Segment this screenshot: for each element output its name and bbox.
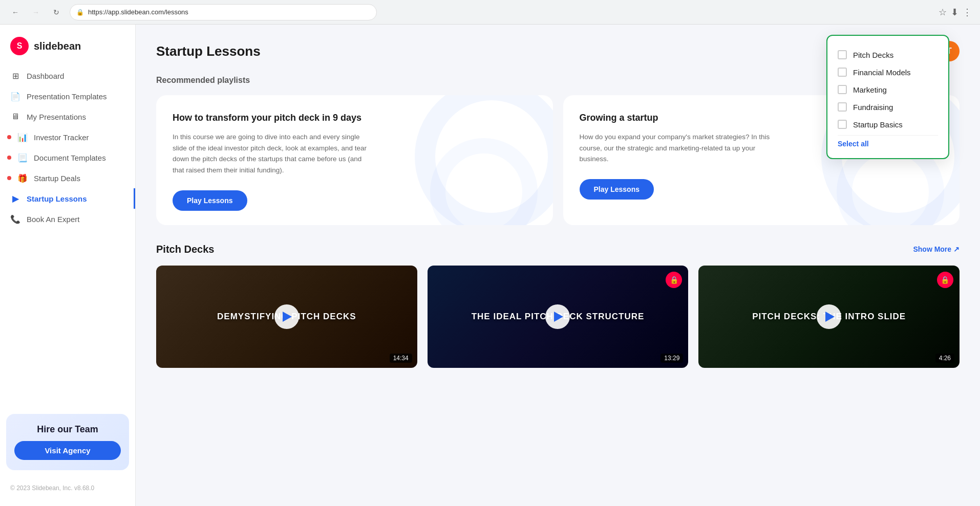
dashboard-icon: ⊞ [10, 71, 20, 81]
presentation-templates-icon: 📄 [10, 91, 20, 101]
video-card-0[interactable]: DEMYSTIFYING PITCH DECKS 14:34 [156, 266, 417, 368]
sidebar-label-startup-lessons: Startup Lessons [27, 194, 87, 203]
sidebar-label-startup-deals: Startup Deals [34, 174, 80, 183]
startup-deals-icon: 🎁 [17, 173, 28, 183]
sidebar-item-my-presentations[interactable]: 🖥 My Presentations [0, 106, 135, 127]
hire-team-title: Hire our Team [14, 424, 121, 435]
filter-item-marketing[interactable]: Marketing [838, 81, 938, 98]
filter-item-financial-models[interactable]: Financial Models [838, 63, 938, 81]
filter-checkbox-pitch-decks[interactable] [838, 50, 847, 59]
sidebar: S slidebean ⊞ Dashboard 📄 Presentation T… [0, 25, 136, 506]
sidebar-item-document-templates[interactable]: 📃 Document Templates [0, 147, 135, 168]
sidebar-nav: ⊞ Dashboard 📄 Presentation Templates 🖥 M… [0, 65, 135, 406]
video-duration-2: 4:26 [935, 354, 954, 363]
play-triangle-icon-1 [554, 312, 563, 322]
investor-tracker-icon: 📊 [17, 132, 28, 142]
refresh-button[interactable]: ↻ [49, 5, 63, 19]
document-templates-icon: 📃 [17, 152, 28, 163]
extension-icon[interactable]: ⬇ [951, 7, 958, 18]
filter-checkbox-marketing[interactable] [838, 85, 847, 94]
playlist-card-0: How to transform your pitch deck in 9 da… [156, 95, 553, 225]
play-triangle-icon-2 [825, 312, 835, 322]
playlist-desc-1: How do you expand your company's market … [580, 131, 774, 165]
sidebar-item-startup-lessons[interactable]: ▶ Startup Lessons [0, 188, 135, 209]
pitch-section-title: Pitch Decks [156, 244, 214, 255]
back-button[interactable]: ← [8, 5, 23, 19]
book-expert-icon: 📞 [10, 214, 20, 224]
video-card-2[interactable]: PITCH DECKS: THE INTRO SLIDE 🔒 4:26 [698, 266, 960, 368]
browser-actions: ☆ ⬇ ⋮ [939, 7, 972, 18]
show-more-link[interactable]: Show More ↗ [913, 245, 960, 253]
play-button-2[interactable] [817, 304, 841, 329]
sidebar-item-dashboard[interactable]: ⊞ Dashboard [0, 65, 135, 86]
startup-deals-dot [7, 176, 11, 180]
sidebar-logo: S slidebean [0, 33, 135, 65]
play-lessons-button-0[interactable]: Play Lessons [173, 190, 247, 211]
sidebar-label-investor-tracker: Investor Tracker [34, 133, 89, 142]
video-duration-1: 13:29 [661, 354, 683, 363]
sidebar-item-book-expert[interactable]: 📞 Book An Expert [0, 209, 135, 229]
sidebar-footer: © 2023 Slidebean, Inc. v8.68.0 [0, 478, 135, 498]
sidebar-label-book-expert: Book An Expert [27, 215, 79, 224]
document-templates-dot [7, 156, 11, 160]
filter-item-pitch-decks[interactable]: Pitch Decks [838, 46, 938, 63]
sidebar-item-investor-tracker[interactable]: 📊 Investor Tracker [0, 127, 135, 147]
filter-label-startup-basics: Startup Basics [853, 120, 903, 129]
filter-checkbox-financial-models[interactable] [838, 68, 847, 77]
security-icon: 🔒 [76, 9, 84, 16]
filter-checkbox-fundraising[interactable] [838, 102, 847, 112]
video-duration-0: 14:34 [390, 354, 412, 363]
startup-lessons-icon: ▶ [10, 193, 20, 204]
lock-badge-2: 🔒 [937, 272, 953, 288]
video-card-1[interactable]: THE IDEAL PITCH DECK STRUCTURE 🔒 13:29 [428, 266, 689, 368]
filter-dropdown: Pitch Decks Financial Models Marketing F… [826, 35, 949, 159]
menu-icon[interactable]: ⋮ [963, 7, 972, 18]
filter-item-startup-basics[interactable]: Startup Basics [838, 116, 938, 133]
filter-label-fundraising: Fundraising [853, 103, 893, 112]
logo-icon: S [10, 37, 29, 55]
page-title: Startup Lessons [156, 43, 261, 59]
filter-select-all[interactable]: Select all [838, 135, 938, 148]
play-lessons-button-1[interactable]: Play Lessons [580, 179, 654, 200]
play-button-0[interactable] [274, 304, 299, 329]
browser-chrome: ← → ↻ 🔒 https://app.slidebean.com/lesson… [0, 0, 980, 25]
sidebar-label-document-templates: Document Templates [34, 153, 106, 162]
sidebar-label-presentation-templates: Presentation Templates [27, 92, 106, 101]
filter-checkbox-startup-basics[interactable] [838, 120, 847, 129]
videos-grid: DEMYSTIFYING PITCH DECKS 14:34 THE IDEAL… [156, 266, 960, 368]
my-presentations-icon: 🖥 [10, 112, 20, 122]
play-triangle-icon-0 [283, 312, 292, 322]
sidebar-item-startup-deals[interactable]: 🎁 Startup Deals [0, 168, 135, 188]
play-button-1[interactable] [545, 304, 570, 329]
filter-item-fundraising[interactable]: Fundraising [838, 98, 938, 116]
filter-label-pitch-decks: Pitch Decks [853, 51, 893, 59]
hire-team-box: Hire our Team Visit Agency [6, 414, 129, 470]
sidebar-label-my-presentations: My Presentations [27, 113, 86, 121]
filter-label-financial-models: Financial Models [853, 68, 911, 77]
pitch-section-header: Pitch Decks Show More ↗ [156, 244, 960, 255]
investor-tracker-dot [7, 135, 11, 139]
forward-button[interactable]: → [29, 5, 43, 19]
url-text: https://app.slidebean.com/lessons [88, 8, 188, 16]
lock-badge-1: 🔒 [666, 272, 682, 288]
sidebar-label-dashboard: Dashboard [27, 72, 64, 80]
filter-label-marketing: Marketing [853, 85, 887, 94]
address-bar[interactable]: 🔒 https://app.slidebean.com/lessons [70, 4, 377, 20]
playlist-desc-0: In this course we are going to dive into… [173, 131, 367, 175]
playlist-title-1: Growing a startup [580, 112, 774, 124]
playlist-title-0: How to transform your pitch deck in 9 da… [173, 112, 367, 124]
visit-agency-button[interactable]: Visit Agency [14, 441, 121, 460]
bookmark-icon[interactable]: ☆ [939, 7, 947, 18]
sidebar-item-presentation-templates[interactable]: 📄 Presentation Templates [0, 86, 135, 106]
logo-text: slidebean [34, 40, 81, 52]
